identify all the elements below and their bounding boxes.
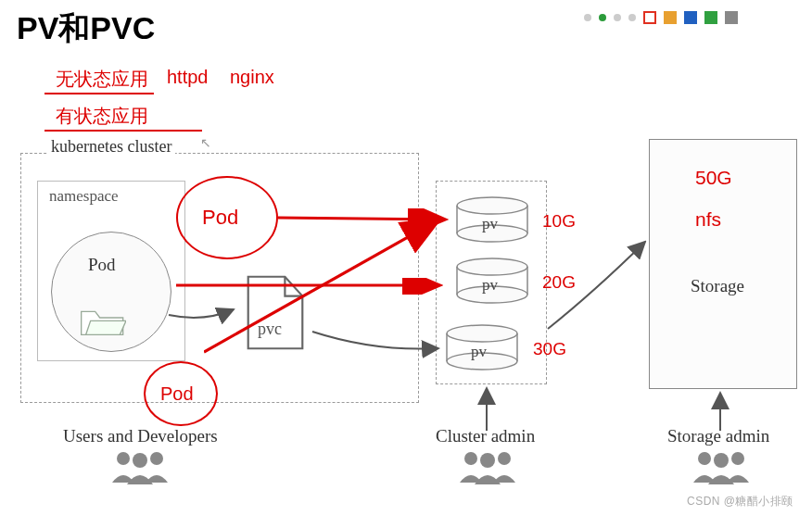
httpd-label: httpd	[167, 67, 208, 88]
folder-icon	[80, 306, 126, 339]
stateless-label: 无状态应用	[56, 67, 148, 92]
storage-label: Storage	[691, 276, 744, 296]
nav-dot	[614, 14, 621, 21]
svg-point-4	[447, 325, 517, 342]
nav-dot	[628, 14, 636, 21]
svg-point-19	[731, 452, 744, 465]
nav-indicators	[584, 11, 738, 24]
watermark: CSDN @糖醋小排颐	[687, 494, 793, 509]
storage-type: nfs	[695, 208, 721, 231]
people-icon-users	[107, 449, 173, 484]
pv-size-3: 30G	[533, 339, 566, 359]
pod-label: Pod	[88, 255, 116, 275]
users-label: Users and Developers	[63, 426, 218, 446]
storage-total: 50G	[695, 167, 732, 189]
nginx-label: nginx	[230, 67, 274, 88]
people-icon-storage	[688, 449, 755, 484]
nav-square-blue	[684, 11, 697, 24]
gray-arrow-pod-pvc	[167, 296, 241, 324]
pv-label-1: pv	[482, 215, 498, 233]
gray-arrow-pv-storage	[543, 236, 654, 338]
nav-square-red	[643, 11, 656, 24]
nav-square-green	[704, 11, 717, 24]
svg-point-12	[133, 453, 147, 468]
svg-point-14	[464, 452, 477, 465]
svg-point-15	[480, 453, 495, 468]
svg-point-18	[714, 453, 729, 468]
nav-square-gold	[664, 11, 677, 24]
page-title: PV和PVC	[17, 7, 155, 50]
cluster-admin-label: Cluster admin	[436, 426, 535, 446]
svg-point-17	[698, 452, 711, 465]
pv-label-3: pv	[471, 343, 487, 361]
nav-square-gray	[725, 11, 738, 24]
svg-point-16	[498, 452, 511, 465]
underline-2	[44, 130, 202, 132]
red-pod-label-2: Pod	[160, 383, 194, 405]
pv-size-1: 10G	[542, 211, 576, 232]
cluster-label: kubernetes cluster	[47, 137, 175, 157]
gray-arrow-pvc-pv	[311, 324, 445, 361]
svg-point-0	[457, 197, 527, 214]
pv-label-2: pv	[482, 276, 498, 295]
namespace-label: namespace	[49, 187, 119, 206]
cursor-icon: ↖	[200, 135, 211, 150]
svg-point-11	[117, 452, 130, 465]
svg-point-2	[457, 258, 527, 275]
svg-point-13	[150, 452, 163, 465]
nav-dot-active	[599, 14, 606, 21]
stateful-label: 有状态应用	[56, 104, 148, 129]
people-icon-cluster	[454, 449, 521, 484]
nav-dot	[584, 14, 591, 21]
underline-1	[44, 93, 154, 94]
storage-admin-label: Storage admin	[667, 426, 769, 446]
